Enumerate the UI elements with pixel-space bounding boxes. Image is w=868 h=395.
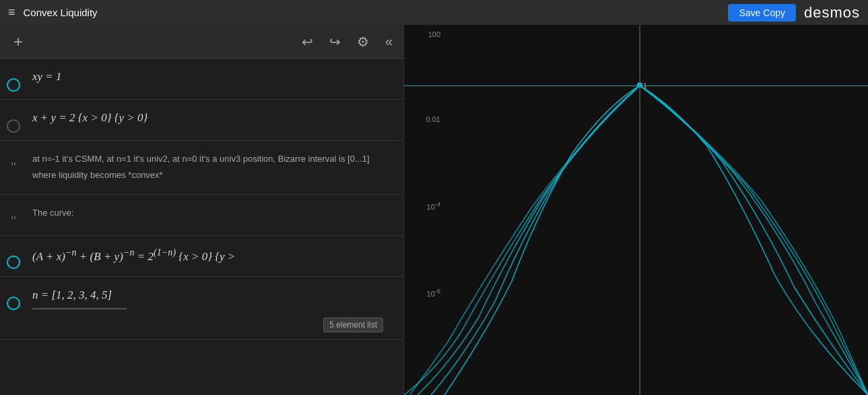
expression-content[interactable]: (A + x)−n + (B + y)−n = 2(1−n) {x > 0} {… (27, 236, 403, 274)
element-list-badge: 5 element list (323, 317, 383, 332)
save-copy-button[interactable]: Save Copy (728, 4, 795, 22)
color-circle (7, 78, 20, 92)
math-expression: xy = 1 (32, 70, 62, 83)
list-underline (32, 308, 127, 309)
expression-item[interactable]: " The curve: × (0, 195, 403, 236)
math-expression: (A + x)−n + (B + y)−n = 2(1−n) {x > 0} {… (32, 250, 235, 263)
page-title: Convex Liquidity (24, 7, 721, 18)
expression-list: xy = 1 × x + y = 2 {x > 0} {y > 0} × " (0, 59, 403, 395)
comment-text: at n=-1 it's CSMM, at n=1 it's univ2, at… (32, 154, 370, 180)
expression-item[interactable]: " at n=-1 it's CSMM, at n=1 it's univ2, … (0, 141, 403, 195)
settings-button[interactable]: ⚙ (354, 31, 372, 53)
graph-canvas[interactable]: 100 0.01 10-4 10-6 (404, 25, 868, 395)
desmos-logo: desmos (804, 4, 860, 22)
color-circle (7, 255, 20, 269)
expression-marker: " (0, 195, 27, 235)
color-circle (7, 297, 20, 310)
expression-marker (0, 277, 27, 317)
left-panel: + ↩ ↪ ⚙ « xy = 1 × (0, 25, 404, 395)
main-content: + ↩ ↪ ⚙ « xy = 1 × (0, 25, 868, 395)
expression-toolbar: + ↩ ↪ ⚙ « (0, 25, 403, 59)
expression-item[interactable]: (A + x)−n + (B + y)−n = 2(1−n) {x > 0} {… (0, 236, 403, 277)
math-expression: n = [1, 2, 3, 4, 5] (32, 288, 112, 301)
quote-icon: " (11, 214, 15, 228)
expression-item[interactable]: x + y = 2 {x > 0} {y > 0} × (0, 100, 403, 141)
expression-content[interactable]: x + y = 2 {x > 0} {y > 0} (27, 100, 403, 136)
graph-curves-svg: 1 (404, 25, 868, 395)
expression-marker (0, 100, 27, 140)
color-circle (7, 119, 20, 133)
svg-text:1: 1 (643, 82, 647, 90)
expression-content[interactable]: at n=-1 it's CSMM, at n=1 it's univ2, at… (27, 141, 403, 192)
expression-item[interactable]: n = [1, 2, 3, 4, 5] × 5 element list (0, 277, 403, 340)
expression-marker: " (0, 141, 27, 181)
redo-button[interactable]: ↪ (327, 31, 343, 53)
undo-button[interactable]: ↩ (299, 31, 316, 53)
expression-content[interactable]: n = [1, 2, 3, 4, 5] (27, 277, 403, 319)
quote-icon: " (11, 160, 15, 174)
expression-marker (0, 236, 27, 276)
expression-content[interactable]: xy = 1 (27, 59, 403, 95)
expression-marker (0, 59, 27, 99)
expression-item[interactable]: xy = 1 × (0, 59, 403, 100)
add-expression-button[interactable]: + (8, 31, 28, 53)
expression-content[interactable]: The curve: (27, 195, 403, 230)
header: ≡ Convex Liquidity Save Copy desmos (0, 0, 868, 25)
graph-area: 100 0.01 10-4 10-6 (404, 25, 868, 395)
math-expression: x + y = 2 {x > 0} {y > 0} (32, 111, 147, 124)
hamburger-menu-icon[interactable]: ≡ (8, 5, 15, 20)
comment-text: The curve: (32, 208, 73, 218)
collapse-panel-button[interactable]: « (382, 31, 395, 52)
